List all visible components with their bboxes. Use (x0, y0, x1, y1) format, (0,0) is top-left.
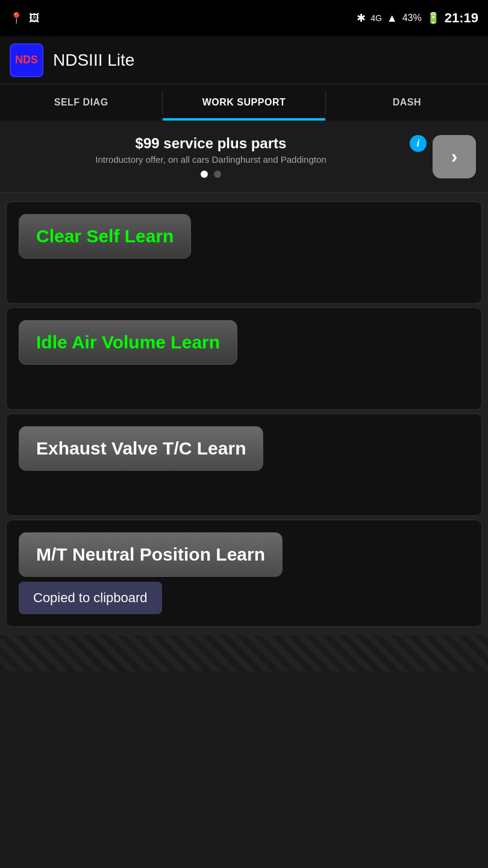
tab-work-support-label: WORK SUPPORT (202, 97, 286, 108)
dot-1 (201, 171, 208, 178)
tab-dash[interactable]: DASH (326, 84, 488, 121)
banner-subtitle: Introductory offer, on all cars Darlingh… (95, 154, 326, 165)
info-button[interactable]: i (410, 135, 427, 152)
content-area: Clear Self Learn Idle Air Volume Learn E… (0, 193, 488, 635)
clipboard-toast: Copied to clipboard (19, 582, 162, 614)
image-icon: 🖼 (29, 12, 40, 25)
next-arrow-icon: › (451, 145, 458, 168)
battery-label: 43% (402, 13, 422, 24)
app-title: NDSIII Lite (53, 51, 134, 70)
exhaust-valve-tc-learn-button[interactable]: Exhaust Valve T/C Learn (19, 426, 263, 471)
battery-icon: 🔋 (427, 11, 440, 25)
tab-dash-label: DASH (393, 97, 421, 108)
app-header: NDS NDSIII Lite (0, 36, 488, 84)
dot-2 (214, 171, 221, 178)
tab-work-support[interactable]: WORK SUPPORT (163, 84, 325, 121)
time-label: 21:19 (445, 10, 478, 26)
idle-air-volume-learn-button[interactable]: Idle Air Volume Learn (19, 320, 237, 365)
info-icon: i (417, 138, 419, 149)
tab-self-diag-label: SELF DIAG (54, 97, 108, 108)
network-label: 4G (371, 13, 382, 23)
banner: $99 service plus parts Introductory offe… (0, 121, 488, 193)
banner-content: $99 service plus parts Introductory offe… (12, 135, 410, 178)
banner-dots (201, 171, 221, 178)
mt-neutral-position-learn-button[interactable]: M/T Neutral Position Learn (19, 532, 283, 577)
idle-air-volume-learn-card: Idle Air Volume Learn (6, 307, 482, 410)
mt-neutral-position-learn-card: M/T Neutral Position Learn Copied to cli… (6, 520, 482, 627)
next-button[interactable]: › (433, 135, 476, 178)
tab-self-diag[interactable]: SELF DIAG (0, 84, 162, 121)
clear-self-learn-card: Clear Self Learn (6, 201, 482, 304)
tab-bar: SELF DIAG WORK SUPPORT DASH (0, 84, 488, 121)
clear-self-learn-button[interactable]: Clear Self Learn (19, 214, 191, 259)
tab-active-indicator (163, 118, 325, 121)
bottom-pattern (0, 635, 488, 671)
mt-neutral-container: M/T Neutral Position Learn Copied to cli… (19, 532, 283, 614)
location-icon: 📍 (10, 11, 23, 25)
bluetooth-icon: ✱ (357, 11, 366, 25)
logo-text: NDS (15, 54, 38, 66)
app-logo: NDS (10, 43, 43, 77)
exhaust-valve-tc-learn-card: Exhaust Valve T/C Learn (6, 414, 482, 516)
banner-title: $99 service plus parts (136, 135, 287, 152)
signal-icon: ▲ (387, 12, 398, 25)
banner-right: i › (410, 135, 476, 178)
status-bar: 📍 🖼 ✱ 4G ▲ 43% 🔋 21:19 (0, 0, 488, 36)
